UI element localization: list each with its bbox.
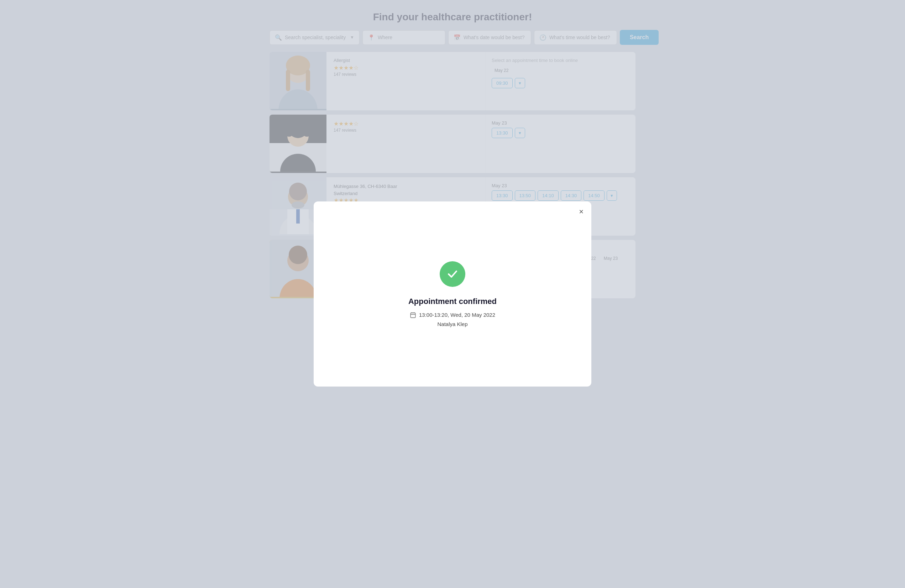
modal-patient-name: Natalya Klep [437, 321, 467, 327]
confirmation-modal: × Appointment confirmed 13:00-13:20, Wed… [314, 201, 591, 387]
modal-datetime: 13:00-13:20, Wed, 20 May 2022 [410, 312, 495, 318]
modal-close-button[interactable]: × [579, 208, 584, 216]
modal-title: Appointment confirmed [408, 297, 497, 306]
modal-overlay: × Appointment confirmed 13:00-13:20, Wed… [0, 0, 905, 588]
appointment-datetime: 13:00-13:20, Wed, 20 May 2022 [419, 312, 495, 318]
success-icon [440, 261, 465, 287]
calendar-icon [410, 312, 416, 318]
svg-rect-25 [411, 313, 416, 318]
